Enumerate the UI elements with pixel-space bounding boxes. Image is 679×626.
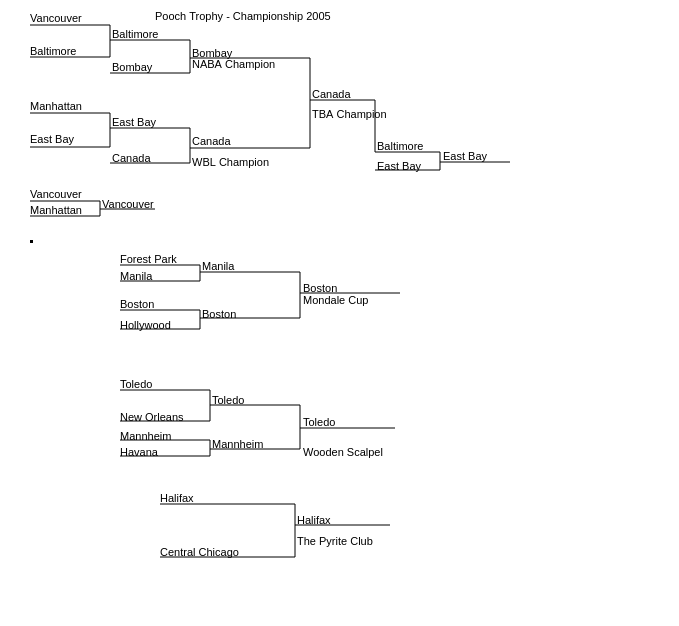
bracket-container xyxy=(0,0,679,626)
